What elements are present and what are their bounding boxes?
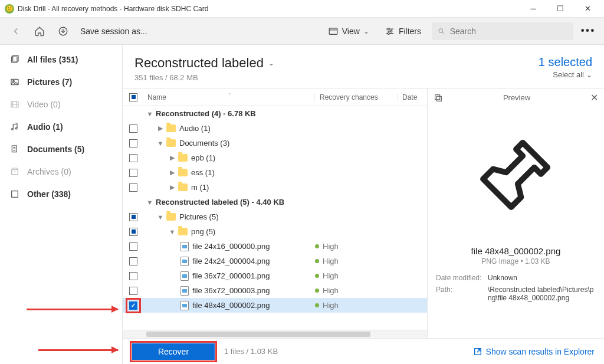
sidebar-item-pictures[interactable]: Pictures (7) [0,71,122,93]
chevron-right-icon[interactable]: ▶ [157,124,164,132]
files-icon [9,54,20,65]
chevron-right-icon[interactable]: ▶ [169,183,176,191]
status-dot-icon [315,288,319,293]
sidebar: All files (351) Pictures (7) Video (0) A… [0,45,123,364]
row-checkbox[interactable] [129,272,137,280]
sidebar-item-label: Archives (0) [27,167,71,176]
column-date[interactable]: Date [398,93,427,101]
svg-point-5 [439,28,442,32]
row-checkbox[interactable] [129,287,137,295]
folder-row[interactable]: ▶m (1) [123,180,427,195]
sidebar-item-other[interactable]: Other (338) [0,183,122,205]
chevron-down-icon[interactable]: ▼ [169,228,176,235]
view-button[interactable]: View ⌄ [323,24,374,39]
row-checkbox[interactable] [129,124,137,133]
save-session-label[interactable]: Save session as... [80,27,147,36]
folder-row[interactable]: ▼Pictures (5) [123,209,427,224]
row-checkbox[interactable] [129,154,137,162]
window-title: Disk Drill - All recovery methods - Hard… [18,5,208,13]
tree-header: ⌃Name Recovery chances Date [123,88,427,106]
video-icon [9,99,20,110]
status-dot-icon [315,244,319,248]
search-input[interactable] [450,27,567,36]
select-all-button[interactable]: Select all ⌄ [539,70,592,79]
copy-icon[interactable] [434,93,443,103]
close-window-button[interactable]: ✕ [579,3,596,15]
row-checkbox[interactable] [129,228,137,236]
pin-icon [475,133,557,217]
horizontal-scrollbar[interactable] [123,330,427,338]
folder-icon [166,139,176,147]
row-checkbox[interactable] [129,257,137,265]
filters-button[interactable]: Filters [380,24,426,39]
row-checkbox[interactable] [129,183,137,192]
svg-point-3 [390,30,392,32]
column-name[interactable]: ⌃Name [144,93,315,101]
sidebar-item-archives[interactable]: Archives (0) [0,160,122,183]
status-dot-icon [315,259,319,263]
recover-button[interactable]: Recover [132,343,215,360]
chevron-down-icon[interactable]: ▼ [157,214,164,221]
group-row[interactable]: ▼Reconstructed (4) - 6.78 KB [123,106,427,121]
folder-icon [178,183,188,191]
minimize-button[interactable]: ─ [525,3,541,15]
save-session-icon[interactable] [54,22,72,40]
show-in-explorer-link[interactable]: Show scan results in Explorer [473,347,595,356]
row-checkbox[interactable] [129,301,137,310]
meta-value: \Reconstructed labeled\Pictures\png\file… [488,286,596,302]
main-panel: Reconstructed labeled ⌄ 351 files / 68.2… [123,45,604,364]
chevron-down-icon: ▼ [146,199,153,206]
file-row[interactable]: file 36x72_000001.png High [123,268,427,283]
app-icon: 🙂 [5,4,14,14]
folder-icon [178,169,188,176]
chevron-down-icon: ⌄ [586,71,592,79]
sidebar-item-documents[interactable]: Documents (5) [0,138,122,160]
status-dot-icon [315,303,319,307]
file-icon [180,271,189,281]
home-button[interactable] [31,22,48,40]
sidebar-item-video[interactable]: Video (0) [0,93,122,116]
folder-row[interactable]: ▶Audio (1) [123,121,427,136]
search-box[interactable] [432,22,573,40]
group-row[interactable]: ▼Reconstructed labeled (5) - 4.40 KB [123,195,427,209]
meta-value: Unknown [488,274,596,282]
file-row-selected[interactable]: file 48x48_000002.png High [123,298,427,313]
file-row[interactable]: file 24x16_000000.png High [123,239,427,254]
chevron-right-icon[interactable]: ▶ [169,169,176,176]
folder-row[interactable]: ▶epb (1) [123,150,427,165]
folder-icon [178,154,188,162]
footer: Recover 1 files / 1.03 KB Show scan resu… [123,338,604,364]
file-icon [180,286,189,296]
results-title[interactable]: Reconstructed labeled ⌄ [134,55,274,71]
annotation-arrow [27,309,118,310]
maximize-button[interactable]: ☐ [552,3,569,15]
column-recovery[interactable]: Recovery chances [315,93,398,101]
search-icon [438,27,445,35]
sidebar-item-label: All files (351) [27,55,78,64]
folder-row[interactable]: ▼Documents (3) [123,136,427,150]
svg-rect-14 [12,170,18,175]
title-bar: 🙂 Disk Drill - All recovery methods - Ha… [0,0,604,18]
sidebar-item-label: Other (338) [27,189,71,199]
select-all-checkbox[interactable] [129,93,137,101]
results-subtitle: 351 files / 68.2 MB [134,73,274,82]
svg-rect-16 [436,96,441,101]
back-button[interactable] [7,22,25,40]
row-checkbox[interactable] [129,242,137,251]
chevron-right-icon[interactable]: ▶ [169,154,176,162]
file-row[interactable]: file 24x24_000004.png High [123,254,427,268]
close-preview-button[interactable]: ✕ [590,92,598,103]
row-checkbox[interactable] [129,139,137,147]
file-row[interactable]: file 36x72_000003.png High [123,283,427,298]
view-label: View [342,27,360,36]
folder-row[interactable]: ▶ess (1) [123,165,427,180]
folder-row[interactable]: ▼png (5) [123,224,427,239]
sidebar-item-all-files[interactable]: All files (351) [0,48,122,71]
sidebar-item-audio[interactable]: Audio (1) [0,116,122,138]
row-checkbox[interactable] [129,169,137,177]
more-button[interactable]: ••• [579,25,597,37]
chevron-down-icon[interactable]: ▼ [157,140,164,147]
chevron-down-icon: ⌄ [268,59,274,67]
row-checkbox[interactable] [129,213,137,221]
archives-icon [9,166,20,177]
